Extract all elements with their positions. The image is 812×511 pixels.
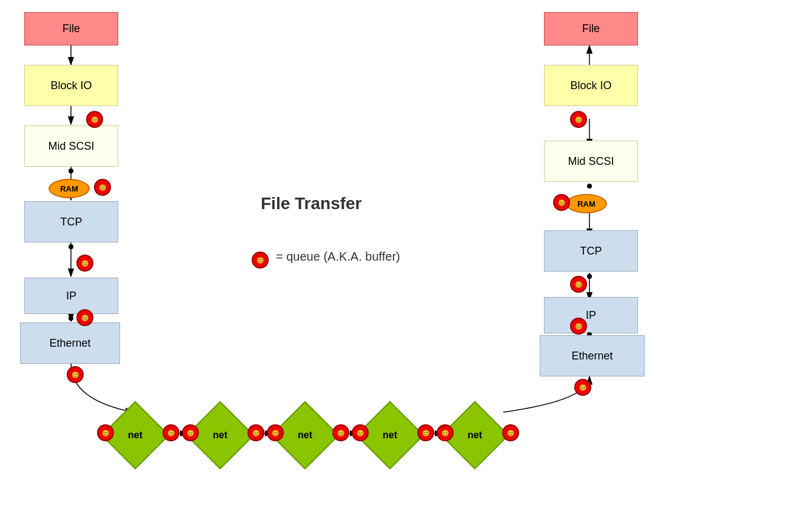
- net1-queue-left: 😊: [97, 424, 114, 441]
- right-ethernet-label: Ethernet: [571, 350, 612, 362]
- left-dot-1: [69, 169, 73, 173]
- right-block-io-label: Block IO: [570, 79, 611, 92]
- right-tcp-box: TCP: [544, 230, 638, 272]
- left-dot-3: [69, 316, 73, 321]
- right-block-io-box: Block IO: [544, 65, 638, 106]
- left-file-label: File: [62, 22, 80, 35]
- left-queue-3: 😊: [76, 309, 93, 326]
- left-mid-scsi-box: Mid SCSI: [24, 125, 118, 167]
- right-queue-2: 😊: [570, 276, 587, 293]
- net2-queue-right: 😊: [247, 424, 264, 441]
- net3-queue-left: 😊: [267, 424, 284, 441]
- left-queue-2: 😊: [76, 255, 93, 272]
- page-title: File Transfer: [261, 194, 362, 213]
- right-ethernet-box: Ethernet: [540, 335, 645, 376]
- left-dot-2: [69, 244, 73, 249]
- left-mid-scsi-label: Mid SCSI: [48, 140, 94, 153]
- legend-text: = queue (A.K.A. buffer): [276, 250, 400, 264]
- left-block-io-label: Block IO: [50, 79, 92, 92]
- net-node-1-label: net: [128, 430, 143, 441]
- right-queue-3: 😊: [570, 318, 587, 335]
- net5-queue-left: 😊: [437, 424, 454, 441]
- legend-queue-icon: 😊: [252, 252, 269, 269]
- net3-queue-right: 😊: [332, 424, 349, 441]
- right-queue-ram: 😊: [553, 194, 570, 211]
- right-mid-scsi-box: Mid SCSI: [544, 141, 638, 182]
- right-ram-cloud: RAM: [566, 194, 607, 213]
- right-file-box: File: [544, 12, 638, 45]
- left-tcp-label: TCP: [61, 216, 82, 229]
- net-node-5-label: net: [468, 430, 482, 441]
- left-queue-ram: 😊: [94, 179, 111, 196]
- diagram-container: File Block IO 😊 Mid SCSI RAM 😊 TCP 😊 IP …: [0, 0, 812, 511]
- right-ram-label: RAM: [577, 199, 596, 209]
- left-ethernet-box: Ethernet: [20, 322, 120, 364]
- left-ethernet-label: Ethernet: [49, 337, 90, 350]
- right-file-label: File: [582, 22, 600, 35]
- right-dot-2: [587, 274, 592, 279]
- left-queue-1: 😊: [86, 111, 103, 128]
- net-node-3-label: net: [298, 430, 312, 441]
- left-ram-label: RAM: [60, 184, 78, 193]
- right-queue-4: 😊: [574, 379, 591, 396]
- net1-queue-right: 😊: [163, 424, 180, 441]
- net5-queue-right: 😊: [502, 424, 519, 441]
- right-dot-1: [587, 184, 592, 189]
- left-ip-box: IP: [24, 278, 118, 314]
- net-node-4-label: net: [383, 430, 397, 441]
- net2-queue-left: 😊: [182, 424, 199, 441]
- left-queue-4: 😊: [67, 366, 84, 383]
- right-queue-1: 😊: [570, 111, 587, 128]
- left-tcp-box: TCP: [24, 201, 118, 242]
- net4-queue-right: 😊: [417, 424, 434, 441]
- left-ram-cloud: RAM: [49, 179, 90, 198]
- left-file-box: File: [24, 12, 118, 45]
- right-tcp-label: TCP: [580, 245, 602, 258]
- left-ip-label: IP: [66, 290, 76, 302]
- right-mid-scsi-label: Mid SCSI: [568, 155, 614, 168]
- right-ip-label: IP: [586, 309, 596, 322]
- left-block-io-box: Block IO: [24, 65, 118, 106]
- right-ip-box: IP: [544, 297, 638, 333]
- net-node-2-label: net: [213, 430, 227, 441]
- net4-queue-left: 😊: [352, 424, 369, 441]
